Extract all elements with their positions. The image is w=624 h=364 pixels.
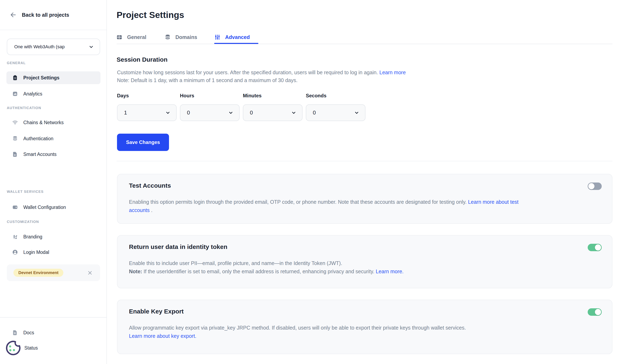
- save-changes-button[interactable]: Save Changes: [117, 134, 169, 151]
- page-title: Project Settings: [117, 10, 184, 20]
- chevron-down-icon: [89, 44, 94, 49]
- chevron-down-icon: [228, 110, 233, 115]
- user-circle-icon: [12, 249, 18, 255]
- devnet-banner: Devnet Environment: [7, 264, 100, 281]
- hours-field-label-wrap: Hours: [180, 93, 194, 98]
- toggle-knob: [595, 309, 601, 315]
- sidebar-item-wallet-configuration[interactable]: Wallet Configuration: [6, 201, 101, 214]
- arrow-left-icon: [9, 11, 17, 19]
- section-label-authentication: AUTHENTICATION: [7, 106, 41, 110]
- days-label: Days: [117, 93, 129, 98]
- note-label: Note:: [129, 268, 142, 274]
- seconds-label: Seconds: [306, 93, 326, 98]
- tab-domains[interactable]: Domains: [164, 33, 197, 42]
- sidebar-item-label: Docs: [23, 330, 34, 336]
- tab-label: General: [127, 34, 146, 40]
- sidebar-item-branding[interactable]: Branding: [6, 230, 101, 243]
- learn-more-identity-link[interactable]: Learn more.: [376, 268, 404, 274]
- sidebar-item-analytics[interactable]: Analytics: [6, 87, 101, 100]
- key-export-title: Enable Key Export: [129, 308, 600, 315]
- minutes-field-label-wrap: Minutes: [243, 93, 262, 98]
- minutes-select-value: 0: [250, 110, 253, 116]
- tab-label: Domains: [175, 34, 197, 40]
- learn-more-link[interactable]: Learn more: [379, 70, 406, 75]
- sidebar-item-label: Analytics: [23, 91, 42, 97]
- sidebar-item-smart-accounts[interactable]: Smart Accounts: [6, 148, 101, 161]
- identity-token-description: Enable this to include user PII—email, p…: [129, 259, 533, 275]
- sliders-icon: [214, 34, 221, 40]
- sidebar-item-status[interactable]: Status: [4, 341, 98, 354]
- sidebar-item-label: Branding: [23, 234, 42, 240]
- section-label-wallet-services: WALLET SERVICES: [7, 190, 44, 194]
- toggle-knob: [588, 183, 595, 189]
- sidebar: Back to all projects One with Web3Auth (…: [0, 0, 107, 364]
- tabbar-divider: [117, 44, 612, 44]
- section-label-general: GENERAL: [7, 61, 26, 65]
- learn-more-key-export-link[interactable]: Learn more about key export.: [129, 332, 196, 340]
- session-duration-heading: Session Duration: [117, 56, 168, 63]
- sidebar-item-login-modal[interactable]: Login Modal: [6, 246, 101, 259]
- section-divider: [117, 161, 612, 161]
- minutes-select[interactable]: 0: [243, 104, 303, 121]
- hours-select[interactable]: 0: [180, 104, 240, 121]
- active-tab-underline: [214, 43, 258, 44]
- sidebar-item-project-settings[interactable]: Project Settings: [6, 71, 101, 84]
- test-accounts-text: Enabling this option permits login throu…: [129, 199, 468, 205]
- tab-advanced[interactable]: Advanced: [214, 33, 250, 42]
- tab-general[interactable]: General: [116, 33, 146, 42]
- hours-select-value: 0: [187, 110, 190, 116]
- sidebar-item-label: Chains & Networks: [23, 120, 64, 125]
- test-accounts-description: Enabling this option permits login throu…: [129, 198, 533, 214]
- key-export-line1: Allow programmatic key export via privat…: [129, 324, 533, 332]
- clipboard-icon: [12, 75, 18, 81]
- key-export-toggle[interactable]: [588, 308, 602, 316]
- project-selector-value: One with Web3Auth (sap: [14, 44, 86, 49]
- hours-label: Hours: [180, 93, 194, 98]
- app-window: Back to all projects One with Web3Auth (…: [0, 0, 624, 364]
- test-accounts-card: Test Accounts Enabling this option permi…: [117, 174, 612, 224]
- chevron-down-icon: [354, 110, 359, 115]
- identity-token-title: Return user data in identity token: [129, 243, 600, 250]
- brush-icon: [12, 234, 18, 240]
- bar-chart-icon: [12, 91, 18, 97]
- table-icon: [116, 34, 123, 40]
- docs-icon: [12, 330, 18, 336]
- devnet-badge: Devnet Environment: [13, 269, 63, 277]
- session-desc-text: Customize how long sessions last for you…: [117, 70, 379, 75]
- identity-token-toggle[interactable]: [588, 244, 602, 251]
- sidebar-item-chains-networks[interactable]: Chains & Networks: [6, 116, 101, 129]
- session-desc-line1: Customize how long sessions last for you…: [117, 69, 406, 76]
- identity-token-line1: Enable this to include user PII—email, p…: [129, 259, 533, 267]
- key-export-card: Enable Key Export Allow programmatic key…: [117, 300, 612, 354]
- sidebar-item-label: Wallet Configuration: [23, 205, 66, 210]
- main-content: Project Settings General Domains Advance…: [107, 0, 624, 364]
- test-accounts-toggle[interactable]: [588, 183, 602, 190]
- days-select[interactable]: 1: [117, 104, 177, 121]
- tab-label: Advanced: [225, 34, 250, 40]
- identity-token-note-text: If the userIdentifier is set to email, o…: [142, 268, 376, 274]
- close-icon[interactable]: [87, 270, 93, 275]
- file-icon: [12, 151, 18, 157]
- minutes-label: Minutes: [243, 93, 262, 98]
- section-label-customization: CUSTOMIZATION: [7, 220, 39, 224]
- toggle-knob: [595, 244, 601, 251]
- sidebar-item-label: Status: [24, 345, 38, 351]
- sidebar-item-authentication[interactable]: Authentication: [6, 132, 101, 145]
- days-select-value: 1: [124, 110, 127, 116]
- test-accounts-suffix: .: [150, 207, 153, 213]
- seconds-select-value: 0: [313, 110, 316, 116]
- sidebar-footer-divider: [0, 317, 106, 317]
- sidebar-item-label: Project Settings: [23, 75, 59, 81]
- sidebar-item-label: Login Modal: [23, 249, 49, 255]
- sidebar-item-docs[interactable]: Docs: [6, 326, 101, 339]
- seconds-field-label-wrap: Seconds: [306, 93, 326, 98]
- test-accounts-title: Test Accounts: [129, 182, 600, 189]
- key-export-description: Allow programmatic key export via privat…: [129, 324, 533, 340]
- project-selector-dropdown[interactable]: One with Web3Auth (sap: [7, 39, 100, 55]
- sidebar-item-label: Authentication: [23, 136, 53, 142]
- back-to-projects-button[interactable]: Back to all projects: [0, 0, 106, 30]
- seconds-select[interactable]: 0: [306, 104, 365, 121]
- identity-token-card: Return user data in identity token Enabl…: [117, 235, 612, 288]
- database-icon: [164, 34, 171, 40]
- chevron-down-icon: [291, 110, 296, 115]
